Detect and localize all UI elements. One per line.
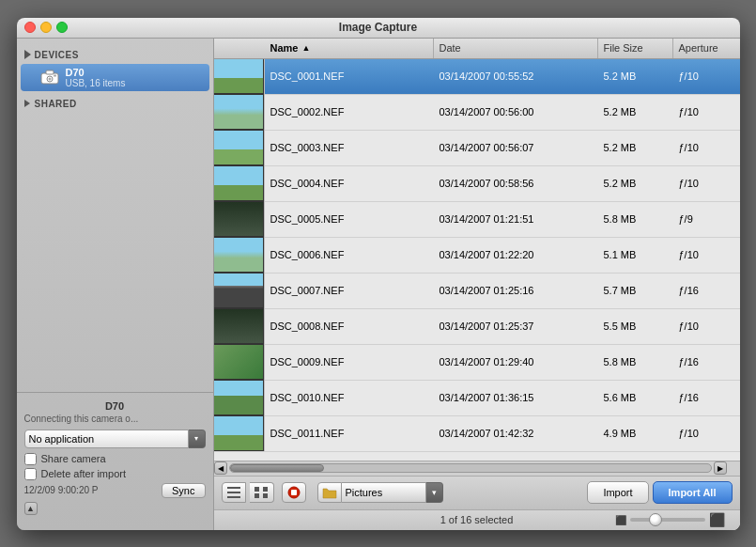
stop-button[interactable] xyxy=(282,482,306,503)
col-header-name[interactable]: Name ▲ xyxy=(265,39,434,58)
app-dropdown[interactable]: No application iPhoto Preview xyxy=(24,430,189,448)
file-thumbnail xyxy=(214,344,265,380)
file-thumbnail xyxy=(214,273,265,308)
delete-after-import-row: Delete after import xyxy=(24,468,206,480)
svg-rect-9 xyxy=(263,487,268,492)
table-row[interactable]: DSC_0001.NEF 03/14/2007 00:55:52 5.2 MB … xyxy=(214,59,740,95)
file-size: 4.9 MB xyxy=(598,428,673,439)
col-header-filesize[interactable]: File Size xyxy=(598,39,673,58)
slider-small-icon: ⬛ xyxy=(615,515,626,525)
expand-button[interactable]: ▲ xyxy=(24,502,38,515)
col-header-aperture[interactable]: Aperture xyxy=(673,39,740,58)
list-view-button[interactable] xyxy=(222,482,246,503)
file-date: 03/14/2007 01:25:37 xyxy=(434,320,598,332)
sync-row: 12/2/09 9:00:20 P Sync xyxy=(24,483,206,498)
devices-label: DEVICES xyxy=(35,50,79,60)
shared-label: SHARED xyxy=(35,99,77,109)
column-headers: Name ▲ Date File Size Aperture Dept xyxy=(214,39,740,59)
main-window: Image Capture DEVICES xyxy=(17,18,740,530)
camera-device-icon xyxy=(39,69,60,86)
slider-thumb[interactable] xyxy=(649,513,662,526)
table-row[interactable]: DSC_0011.NEF 03/14/2007 01:42:32 4.9 MB … xyxy=(214,416,740,452)
sidebar-device-subtitle: USB, 16 items xyxy=(66,78,126,88)
file-aperture: ƒ/16 xyxy=(673,285,740,296)
file-size: 5.7 MB xyxy=(598,285,673,296)
sync-datetime: 12/2/09 9:00:20 P xyxy=(24,485,99,495)
file-name: DSC_0011.NEF xyxy=(265,428,434,439)
svg-rect-10 xyxy=(255,493,259,498)
thumbnail-size-slider[interactable]: ⬛ ⬛ xyxy=(615,512,725,527)
file-date: 03/14/2007 01:25:16 xyxy=(434,285,598,296)
file-name: DSC_0010.NEF xyxy=(265,392,434,403)
file-aperture: ƒ/10 xyxy=(673,249,740,260)
hscroll-right-arrow[interactable]: ▶ xyxy=(714,461,727,475)
file-size: 5.2 MB xyxy=(598,106,673,117)
table-row[interactable]: DSC_0004.NEF 03/14/2007 00:58:56 5.2 MB … xyxy=(214,166,740,202)
file-thumbnail xyxy=(214,415,265,451)
svg-rect-4 xyxy=(54,75,56,77)
file-name: DSC_0006.NEF xyxy=(265,249,434,260)
delete-after-import-label: Delete after import xyxy=(41,468,126,479)
svg-rect-13 xyxy=(291,490,297,495)
devices-collapse-icon[interactable] xyxy=(24,50,31,59)
file-thumbnail xyxy=(214,94,265,130)
sort-arrow-icon: ▲ xyxy=(301,43,310,53)
sync-button[interactable]: Sync xyxy=(162,483,205,498)
table-row[interactable]: DSC_0009.NEF 03/14/2007 01:29:40 5.8 MB … xyxy=(214,345,740,381)
table-row[interactable]: DSC_0002.NEF 03/14/2007 00:56:00 5.2 MB … xyxy=(214,95,740,131)
folder-dropdown-arrow[interactable]: ▾ xyxy=(426,482,443,503)
table-row[interactable]: DSC_0005.NEF 03/14/2007 01:21:51 5.8 MB … xyxy=(214,202,740,238)
hscroll-left-arrow[interactable]: ◀ xyxy=(214,461,227,475)
maximize-button[interactable] xyxy=(56,22,68,33)
svg-rect-11 xyxy=(263,493,268,498)
file-list[interactable]: DSC_0001.NEF 03/14/2007 00:55:52 5.2 MB … xyxy=(214,59,740,461)
svg-rect-6 xyxy=(227,492,240,493)
table-row[interactable]: DSC_0010.NEF 03/14/2007 01:36:15 5.6 MB … xyxy=(214,381,740,416)
horizontal-scrollbar: ◀ ▶ xyxy=(214,461,740,476)
file-size: 5.8 MB xyxy=(598,356,673,367)
window-title: Image Capture xyxy=(339,21,417,34)
file-thumbnail xyxy=(214,165,265,201)
sidebar-item-d70[interactable]: D70 USB, 16 items xyxy=(21,64,209,91)
file-date: 03/14/2007 01:21:51 xyxy=(434,213,598,225)
file-name: DSC_0001.NEF xyxy=(265,70,434,82)
import-all-button[interactable]: Import All xyxy=(653,481,733,504)
hscroll-thumb[interactable] xyxy=(230,464,324,472)
share-camera-checkbox[interactable] xyxy=(24,453,37,465)
file-thumbnail xyxy=(214,308,265,344)
file-size: 5.2 MB xyxy=(598,70,673,82)
dropdown-arrow-icon[interactable]: ▾ xyxy=(189,430,206,448)
sidebar-device-name: D70 xyxy=(66,67,126,78)
file-thumbnail xyxy=(214,59,265,95)
folder-dropdown[interactable]: Pictures xyxy=(342,482,426,503)
table-row[interactable]: DSC_0006.NEF 03/14/2007 01:22:20 5.1 MB … xyxy=(214,238,740,274)
table-row[interactable]: DSC_0008.NEF 03/14/2007 01:25:37 5.5 MB … xyxy=(214,309,740,345)
table-row[interactable]: DSC_0003.NEF 03/14/2007 00:56:07 5.2 MB … xyxy=(214,131,740,166)
file-size: 5.2 MB xyxy=(598,142,673,153)
slider-track xyxy=(630,518,705,522)
file-aperture: ƒ/10 xyxy=(673,106,740,117)
file-thumbnail xyxy=(214,130,265,165)
file-date: 03/14/2007 00:58:56 xyxy=(434,178,598,189)
minimize-button[interactable] xyxy=(40,22,52,33)
share-camera-label: Share camera xyxy=(41,453,106,464)
close-button[interactable] xyxy=(24,22,36,33)
shared-collapse-icon[interactable] xyxy=(24,100,30,107)
file-area: Name ▲ Date File Size Aperture Dept xyxy=(214,39,740,530)
file-date: 03/14/2007 00:56:00 xyxy=(434,106,598,117)
file-date: 03/14/2007 00:55:52 xyxy=(434,70,598,82)
import-button[interactable]: Import xyxy=(587,481,648,504)
file-date: 03/14/2007 01:22:20 xyxy=(434,249,598,260)
statusbar: 1 of 16 selected ⬛ ⬛ xyxy=(214,509,740,530)
file-aperture: ƒ/10 xyxy=(673,70,740,82)
folder-icon-button[interactable] xyxy=(317,482,342,503)
table-row[interactable]: DSC_0007.NEF 03/14/2007 01:25:16 5.7 MB … xyxy=(214,274,740,309)
svg-rect-8 xyxy=(255,487,259,492)
file-date: 03/14/2007 00:56:07 xyxy=(434,142,598,153)
sidebar-device-text: D70 USB, 16 items xyxy=(66,67,126,88)
col-header-date[interactable]: Date xyxy=(434,39,598,58)
svg-rect-7 xyxy=(227,496,240,498)
grid-view-button[interactable] xyxy=(250,482,274,503)
delete-after-import-checkbox[interactable] xyxy=(24,468,37,480)
file-aperture: ƒ/10 xyxy=(673,142,740,153)
